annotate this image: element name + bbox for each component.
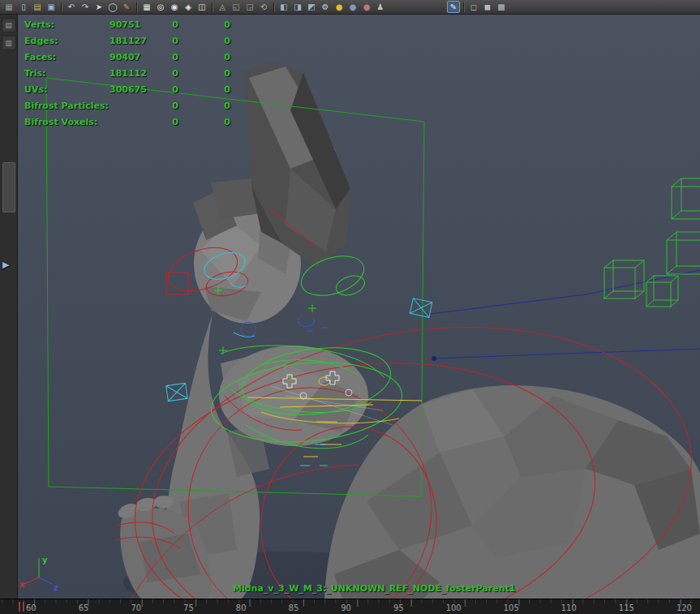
file-new-icon[interactable]: ▯: [17, 1, 30, 13]
expand-panel-arrow-icon[interactable]: ▶: [2, 260, 9, 270]
redo-icon[interactable]: ↷: [79, 1, 92, 13]
toolbar-icon-glyph: ◈: [185, 3, 191, 11]
status-line-toolbar: ▦ ▯ ▤ ▣ ↶ ↷: [0, 0, 700, 15]
snap-grid-icon[interactable]: ▦: [140, 1, 153, 13]
hud-stat-label: UVs:: [24, 84, 110, 95]
hud-stat-row: Verts: 90751 0 0: [24, 16, 230, 32]
file-open-icon[interactable]: ▤: [31, 1, 44, 13]
frame-number-label[interactable]: 75: [183, 603, 194, 612]
hud-stat-row: UVs: 300675 0 0: [24, 81, 230, 97]
hypershade-icon[interactable]: ●: [333, 1, 346, 13]
paint-effects-icon[interactable]: ♟: [374, 1, 387, 13]
toolbar-icon-glyph: ●: [363, 3, 371, 11]
select-tool-icon[interactable]: ➤: [92, 1, 105, 13]
hud-stat-col2: 0: [130, 68, 178, 79]
frame-number-label[interactable]: 95: [393, 603, 404, 612]
hud-stat-total: 181127: [110, 36, 130, 46]
axis-x-label: x: [19, 580, 25, 589]
left-panel-strip: ▤ ▥ ▶: [0, 15, 18, 599]
toolbar-separator: [271, 1, 277, 13]
snap-projected-center-icon[interactable]: ◈: [182, 1, 195, 13]
hud-stat-col3: 0: [178, 117, 230, 127]
time-slider[interactable]: 60 65 70 75 80 85 90 95 100 105 110 115 …: [0, 599, 700, 614]
toolbar-separator: [461, 1, 466, 13]
connection-lines[interactable]: [424, 270, 700, 361]
paint-select-icon[interactable]: ✎: [120, 1, 133, 13]
frame-number-label[interactable]: 60: [26, 603, 37, 612]
render-settings-icon[interactable]: ⚙: [319, 1, 332, 13]
hud-stat-label: Tris:: [24, 68, 110, 79]
frame-number-label[interactable]: 105: [504, 603, 519, 612]
frame-number-label[interactable]: 65: [79, 603, 89, 612]
output-connections-icon[interactable]: ◲: [243, 1, 256, 13]
toolbar-icon-glyph: ◉: [171, 3, 178, 11]
make-live-icon[interactable]: ◬: [216, 1, 229, 13]
toolbar-icon-glyph: ⟲: [260, 3, 267, 11]
light-editor-icon[interactable]: ●: [346, 1, 359, 13]
toolbar-icon-glyph: ♟: [377, 3, 384, 11]
hud-stat-row: Bifrost Voxels: 0 0: [24, 114, 230, 130]
toolbar-icon-glyph: ▯: [21, 3, 26, 11]
toolbar-icon-glyph: ●: [350, 3, 357, 11]
hud-stat-col3: 0: [178, 52, 230, 62]
panel-menu-icon[interactable]: ▦: [2, 1, 16, 13]
toolbar-icons: ▯ ▤ ▣ ↶ ↷ ➤: [17, 1, 508, 13]
toolbar-icon-glyph: ▩: [497, 3, 505, 11]
input-connections-icon[interactable]: ◱: [230, 1, 243, 13]
axis-y-label: y: [42, 556, 48, 565]
poly-count-hud: Verts: 90751 0 0 Edges: 181127 0 0 Faces…: [24, 16, 230, 130]
selected-node-label: Midna_v_3_W_M_3:_UNKNOWN_REF_NODE_foster…: [233, 583, 515, 594]
scrollbar-thumb[interactable]: [2, 162, 15, 213]
wireframe-display-icon[interactable]: ◻: [467, 1, 480, 13]
frame-number-label[interactable]: 70: [131, 603, 141, 612]
hud-stat-total: 90751: [110, 19, 130, 30]
lasso-select-icon[interactable]: ◯: [106, 1, 119, 13]
snap-curve-icon[interactable]: ◎: [154, 1, 167, 13]
hud-stat-row: Faces: 90407 0 0: [24, 49, 230, 65]
snap-point-icon[interactable]: ◉: [168, 1, 181, 13]
toolbar-icon-glyph: ◯: [108, 3, 117, 11]
toolbar-icon-glyph: ↶: [68, 3, 75, 11]
toolbar-separator: [134, 1, 140, 13]
toolbar-icon-glyph: ▦: [143, 3, 150, 11]
hud-stat-label: Verts:: [24, 19, 110, 30]
render-view-icon[interactable]: ◧: [277, 1, 290, 13]
axis-z-label: z: [54, 583, 58, 592]
hud-stat-col3: 0: [178, 68, 230, 79]
frame-number-label[interactable]: 100: [446, 603, 462, 612]
toolbar-icon-glyph: ◱: [232, 3, 239, 11]
textured-display-icon[interactable]: ▩: [495, 1, 508, 13]
hud-stat-col3: 0: [178, 36, 230, 46]
construction-history-icon[interactable]: ⟲: [257, 1, 270, 13]
frame-number-label[interactable]: 120: [676, 603, 692, 612]
hud-stat-col2: 0: [130, 52, 178, 62]
frame-number-label[interactable]: 85: [289, 603, 299, 612]
snap-view-plane-icon[interactable]: ◫: [195, 1, 208, 13]
panel-toggle-icon-2[interactable]: ▥: [2, 36, 16, 50]
axis-gizmo: y x z: [19, 556, 58, 592]
hud-stat-total: 300675: [110, 84, 130, 95]
viewport-panel[interactable]: y x z Verts: 90751 0 0 Edges: 181127 0 0…: [18, 15, 700, 599]
frame-number-label[interactable]: 90: [341, 603, 351, 612]
frame-number-label[interactable]: 110: [561, 603, 577, 612]
grease-pencil-icon[interactable]: ✎: [447, 1, 460, 13]
time-ruler-frames: 60 65 70 75 80 85 90 95 100 105 110 115 …: [0, 599, 700, 614]
hud-stat-row: Tris: 181112 0 0: [24, 65, 230, 81]
render-current-frame-icon[interactable]: ◨: [291, 1, 304, 13]
panel-toggle-icon-1[interactable]: ▤: [2, 18, 16, 32]
frame-number-label[interactable]: 80: [236, 603, 247, 612]
hud-stat-col3: 0: [178, 19, 230, 30]
ipr-render-icon[interactable]: ◩: [305, 1, 318, 13]
file-save-icon[interactable]: ▣: [45, 1, 58, 13]
toolbar-icon-glyph: ↷: [82, 3, 88, 11]
hud-stat-col2: 0: [130, 84, 178, 95]
shaded-display-icon[interactable]: ◼: [481, 1, 494, 13]
texture-editor-icon[interactable]: ●: [360, 1, 373, 13]
toolbar-icon-glyph: ◬: [219, 3, 225, 11]
hud-stat-total: 181112: [110, 68, 130, 79]
hud-stat-col2: 0: [130, 101, 178, 111]
frame-number-label[interactable]: 115: [619, 603, 634, 612]
toolbar-icon-glyph: ✎: [450, 3, 457, 11]
undo-icon[interactable]: ↶: [65, 1, 78, 13]
hud-stat-label: Bifrost Particles:: [24, 101, 110, 111]
